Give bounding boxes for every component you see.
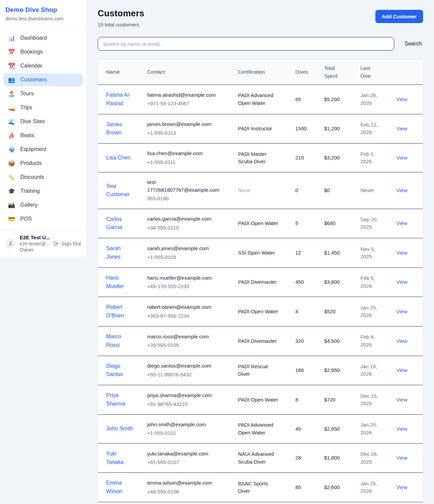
customer-name-link[interactable]: James Brown (106, 120, 134, 137)
customer-phone: +34-555-0110 (147, 224, 221, 232)
view-customer-link[interactable]: View (396, 309, 407, 314)
customer-contact-cell: diego.santos@example.com+55-11-99876-543… (147, 356, 238, 385)
customer-certification: SSI Open Water (238, 238, 295, 268)
customer-actions-cell: View (396, 326, 423, 356)
search-button[interactable]: Search (403, 41, 423, 47)
customer-dives: 45 (295, 414, 324, 443)
customer-last-dive: Jan 15, 2026 (360, 473, 396, 502)
sidebar-item-products[interactable]: 📦Products (3, 157, 83, 170)
credit-card-icon: 💳 (8, 216, 15, 222)
customer-total-spent: $720 (324, 385, 360, 415)
person-icon (8, 241, 13, 246)
view-customer-link[interactable]: View (396, 455, 407, 461)
sidebar-item-dive-sites[interactable]: 🌊Dive Sites (3, 115, 83, 128)
customer-dives: 180 (295, 356, 324, 385)
view-customer-link[interactable]: View (396, 367, 407, 373)
sign-out-button[interactable]: Sign Out (53, 241, 81, 246)
customer-name-cell: Carlos Garcia (98, 209, 147, 238)
customer-name-link[interactable]: Fatima Al-Rashid (106, 91, 134, 108)
customer-contact-cell: sarah.jones@example.com+1-555-0103 (147, 238, 238, 268)
sidebar-item-label: Training (20, 188, 40, 194)
search-input[interactable] (98, 37, 394, 51)
customer-last-dive: Dec 15, 2025 (360, 385, 396, 415)
customer-certification: None (238, 172, 295, 209)
sidebar-item-dashboard[interactable]: 📊Dashboard (3, 32, 83, 44)
customer-name-link[interactable]: Carlos Garcia (106, 215, 134, 232)
sidebar-item-discounts[interactable]: 🏷️Discounts (3, 171, 83, 184)
customer-row: Lisa Chenlisa.chen@example.com+1-555-011… (98, 144, 423, 172)
column-header-actions (396, 60, 423, 85)
user-info: E2E Test U... e2e-tester@... Owner (20, 235, 49, 253)
view-customer-link[interactable]: View (396, 187, 407, 193)
customer-phone: 555-0100 (147, 195, 221, 203)
customer-row: Fatima Al-Rashidfatima.alrashid@example.… (98, 85, 423, 114)
customer-contact-cell: emma.wilson@example.com+44-555-0108 (147, 473, 238, 502)
sidebar-item-gallery[interactable]: 📸Gallery (3, 199, 83, 211)
column-header-total-spent: Total Spent (324, 60, 360, 85)
customer-row: Carlos Garciacarlos.garcia@example.com+3… (98, 209, 423, 238)
view-customer-link[interactable]: View (396, 126, 407, 131)
sidebar-item-label: Dashboard (20, 35, 47, 41)
customer-actions-cell: View (396, 414, 423, 443)
customer-name-cell: Marco Rossi (98, 326, 147, 356)
sidebar-item-customers[interactable]: 👥Customers (3, 73, 83, 86)
customer-dives: 85 (295, 473, 324, 502)
sidebar-item-tours[interactable]: 🏝️Tours (3, 87, 83, 100)
customer-row: Emma Wilsonemma.wilson@example.com+44-55… (98, 473, 423, 502)
customer-name-link[interactable]: Lisa Chen (106, 154, 131, 162)
customer-name-link[interactable]: John Smith (106, 425, 133, 433)
sidebar-item-label: Dive Sites (20, 118, 45, 125)
brand: Demo Dive Shop demo.test.divestreams.com (0, 0, 86, 27)
sailboat-icon: ⛵ (8, 133, 15, 138)
customer-name-link[interactable]: Robert O'Brien (106, 303, 134, 320)
view-customer-link[interactable]: View (396, 397, 407, 403)
sidebar-item-label: Equipment (20, 146, 46, 152)
customer-email: marco.rossi@example.com (147, 333, 221, 341)
shop-title: Demo Dive Shop (5, 6, 81, 14)
customer-last-dive: Jan 10, 2026 (360, 356, 396, 385)
customer-actions-cell: View (396, 238, 423, 268)
customer-name-cell: Sarah Jones (98, 238, 147, 268)
view-customer-link[interactable]: View (396, 484, 407, 490)
sidebar-item-equipment[interactable]: 🤿Equipment (3, 143, 83, 156)
customer-name-link[interactable]: Emma Wilson (106, 479, 134, 496)
customer-name-link[interactable]: Diego Santos (106, 362, 134, 379)
sidebar-item-trips[interactable]: 🚤Trips (3, 101, 83, 114)
view-customer-link[interactable]: View (396, 96, 407, 102)
customer-last-dive: Feb 10, 2026 (360, 502, 396, 504)
view-customer-link[interactable]: View (396, 338, 407, 344)
customer-name-link[interactable]: Priya Sharma (106, 391, 134, 408)
customer-last-dive: Jan 20, 2026 (360, 414, 396, 443)
add-customer-button[interactable]: Add Customer (375, 10, 423, 23)
camera-icon: 📸 (8, 202, 15, 208)
view-customer-link[interactable]: View (396, 155, 407, 161)
sidebar-item-training[interactable]: 🎓Training (3, 185, 83, 198)
customer-phone: +39-555-0105 (147, 341, 221, 349)
customer-name-link[interactable]: Yuki Tanaka (106, 450, 134, 467)
customer-name-link[interactable]: Hans Mueller (106, 274, 134, 291)
customer-name-link[interactable]: Test Customer (106, 182, 134, 199)
customer-name-cell: Yuki Tanaka (98, 443, 147, 473)
view-customer-link[interactable]: View (396, 279, 407, 285)
customer-name-cell: Test Customer (98, 172, 147, 209)
customer-total-spent: $4,500 (324, 326, 360, 356)
sidebar-item-label: Boats (20, 132, 34, 138)
customer-email: sarah.jones@example.com (147, 245, 221, 253)
customer-contact-cell: carlos.garcia@example.com+34-555-0110 (147, 209, 238, 238)
view-customer-link[interactable]: View (396, 220, 407, 226)
sidebar-item-calendar[interactable]: 📆Calendar (3, 59, 83, 72)
customer-name-link[interactable]: Sarah Jones (106, 244, 134, 261)
customer-total-spent: $1,800 (324, 443, 360, 473)
view-customer-link[interactable]: View (396, 250, 407, 256)
view-customer-link[interactable]: View (396, 426, 407, 432)
sidebar-item-label: Customers (20, 77, 46, 83)
customer-name-link[interactable]: Marco Rossi (106, 333, 134, 350)
sidebar-item-pos[interactable]: 💳POS (3, 212, 83, 225)
customer-certification: PADI Master Scuba Diver (238, 144, 295, 172)
customer-actions-cell: View (396, 172, 423, 209)
sidebar-item-bookings[interactable]: 📅Bookings (3, 45, 83, 58)
customer-last-dive: Feb 12, 2026 (360, 114, 396, 144)
column-header-name: Name (98, 60, 147, 85)
customer-dives: 1500 (295, 114, 324, 144)
sidebar-item-boats[interactable]: ⛵Boats (3, 129, 83, 142)
